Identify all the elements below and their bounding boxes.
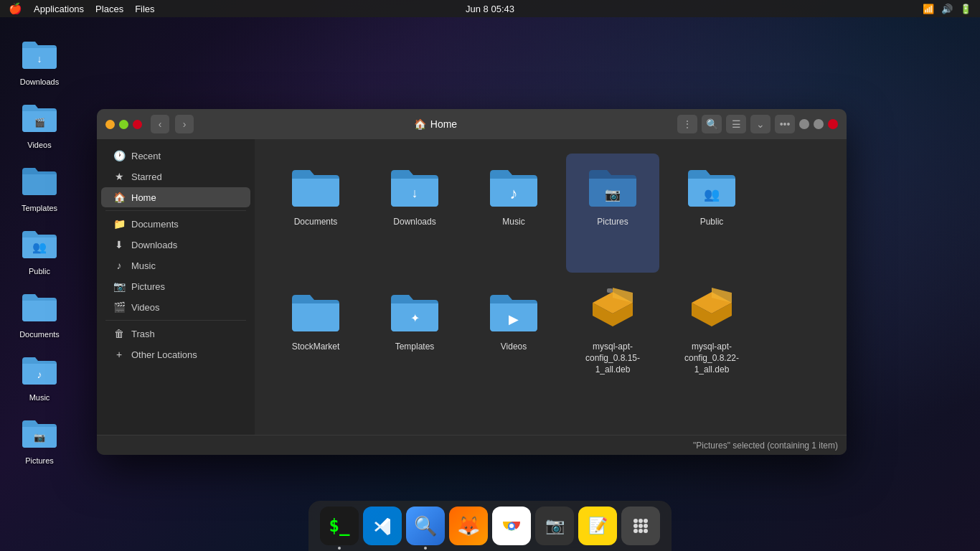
pictures-sidebar-icon: 📷	[113, 281, 126, 292]
music-file-label: Music	[502, 217, 524, 228]
mysql-apt-2-label: mysql-apt-config_0.8.22-1_all.deb	[671, 342, 753, 375]
desktop-icon-templates[interactable]: Templates	[7, 155, 72, 218]
svg-point-29	[639, 529, 643, 533]
templates-file-icon: ✦	[386, 287, 443, 337]
svg-text:▶: ▶	[509, 312, 519, 326]
apps-grid-icon	[631, 516, 651, 536]
starred-icon: ★	[113, 171, 126, 182]
svg-point-27	[644, 524, 648, 528]
file-item-mysql-apt-1[interactable]: mysql-apt-config_0.8.15-1_all.deb	[566, 278, 659, 420]
file-item-videos[interactable]: ▶ Videos	[467, 278, 560, 420]
menubar-left: 🍎 Applications Places Files	[9, 2, 155, 15]
desktop-icon-music[interactable]: ♪ Music	[7, 344, 72, 408]
svg-point-22	[633, 519, 638, 523]
home-icon: 🏠	[414, 118, 426, 130]
sidebar-item-starred[interactable]: ★ Starred	[101, 166, 250, 187]
downloads-file-label: Downloads	[393, 217, 435, 228]
desktop-icon-documents[interactable]: Documents	[7, 281, 72, 344]
file-manager-window: ‹ › 🏠 Home ⋮ 🔍 ☰ ⌄ ••• 🕐	[97, 109, 847, 455]
search-button[interactable]: 🔍	[702, 115, 722, 133]
sidebar-item-recent[interactable]: 🕐 Recent	[101, 146, 250, 166]
sidebar-starred-label: Starred	[131, 171, 162, 182]
file-item-pictures[interactable]: 📷 Pictures	[566, 154, 659, 273]
file-grid: Documents ↓ Downloads	[269, 154, 832, 420]
sidebar-item-home[interactable]: 🏠 Home	[101, 187, 250, 207]
sidebar-item-other-locations[interactable]: + Other Locations	[101, 344, 250, 364]
music-folder-icon: ♪	[19, 350, 60, 390]
extra-options-button[interactable]: •••	[775, 115, 795, 133]
nav-back-button[interactable]: ‹	[151, 115, 169, 133]
file-item-templates[interactable]: ✦ Templates	[368, 278, 461, 420]
dock-item-vscode[interactable]	[363, 507, 402, 545]
wifi-icon: 📶	[923, 4, 934, 14]
traffic-light-2[interactable]	[814, 119, 824, 129]
mysql-apt-1-icon	[584, 287, 641, 337]
home-sidebar-icon: 🏠	[113, 192, 126, 203]
menu-applications[interactable]: Applications	[34, 4, 84, 14]
more-options-button[interactable]: ⋮	[677, 115, 697, 133]
apple-menu[interactable]: 🍎	[9, 2, 22, 15]
dock-item-firefox[interactable]: 🦊	[449, 507, 488, 545]
desktop-icon-public[interactable]: 👥 Public	[7, 218, 72, 281]
view-options-button[interactable]: ⌄	[750, 115, 771, 133]
public-file-icon: 👥	[683, 162, 740, 212]
traffic-light-1[interactable]	[799, 119, 809, 129]
nav-forward-button[interactable]: ›	[175, 115, 194, 133]
file-item-stockmarket[interactable]: StockMarket	[269, 278, 362, 420]
templates-label: Templates	[22, 204, 57, 212]
menu-files[interactable]: Files	[135, 4, 154, 14]
sidebar-documents-label: Documents	[131, 219, 179, 230]
svg-point-21	[509, 524, 514, 528]
dock-item-apps[interactable]	[621, 507, 660, 545]
file-item-downloads[interactable]: ↓ Downloads	[368, 154, 461, 273]
sidebar-recent-label: Recent	[131, 151, 161, 161]
minimize-button[interactable]	[105, 120, 115, 129]
dock-dot-finder	[424, 547, 427, 550]
list-view-button[interactable]: ☰	[726, 115, 746, 133]
window-title: Home	[430, 118, 457, 130]
file-item-documents[interactable]: Documents	[269, 154, 362, 273]
traffic-light-3[interactable]	[828, 119, 838, 129]
dock-item-finder[interactable]: 🔍	[406, 507, 445, 545]
videos-folder-icon: 🎬	[19, 98, 60, 138]
sound-icon: 🔊	[941, 4, 953, 14]
menu-places[interactable]: Places	[95, 4, 123, 14]
videos-sidebar-icon: 🎬	[113, 301, 126, 313]
file-item-public[interactable]: 👥 Public	[665, 154, 758, 273]
stockmarket-file-icon	[287, 287, 344, 337]
file-item-mysql-apt-2[interactable]: mysql-apt-config_0.8.22-1_all.deb	[665, 278, 758, 420]
close-button[interactable]	[133, 120, 142, 129]
desktop-icon-downloads[interactable]: ↓ Downloads	[7, 29, 72, 92]
sidebar-item-pictures[interactable]: 📷 Pictures	[101, 276, 250, 296]
dock-item-notes[interactable]: 📝	[578, 507, 617, 545]
file-item-music[interactable]: ♪ Music	[467, 154, 560, 273]
svg-point-28	[633, 529, 638, 533]
sidebar-trash-label: Trash	[131, 329, 155, 339]
stockmarket-file-label: StockMarket	[292, 342, 340, 353]
desktop-icon-pictures[interactable]: 📷 Pictures	[7, 408, 72, 471]
public-folder-icon: 👥	[19, 224, 60, 264]
svg-text:↓: ↓	[412, 186, 418, 200]
dock-item-terminal[interactable]: $_	[320, 507, 359, 545]
dock-item-chrome[interactable]	[492, 507, 531, 545]
sidebar-item-documents[interactable]: 📁 Documents	[101, 214, 250, 234]
sidebar-item-downloads[interactable]: ⬇ Downloads	[101, 235, 250, 255]
templates-folder-icon	[19, 161, 60, 201]
sidebar-item-videos[interactable]: 🎬 Videos	[101, 297, 250, 317]
svg-point-30	[644, 529, 648, 533]
downloads-file-icon: ↓	[386, 162, 443, 212]
dock-item-screenshot[interactable]: 📷	[535, 507, 574, 545]
sidebar-item-trash[interactable]: 🗑 Trash	[101, 324, 250, 344]
menubar-datetime: Jun 8 05:43	[466, 4, 514, 14]
desktop-icons-container: ↓ Downloads 🎬 Videos	[0, 22, 79, 478]
sidebar-divider-2	[105, 320, 246, 321]
dock: $_ 🔍 🦊	[308, 501, 672, 551]
mysql-apt-2-icon	[683, 287, 740, 337]
vscode-icon	[372, 515, 393, 537]
sidebar-item-music[interactable]: ♪ Music	[101, 255, 250, 276]
music-sidebar-icon: ♪	[113, 260, 126, 271]
maximize-button[interactable]	[119, 120, 128, 129]
svg-point-25	[633, 524, 638, 528]
desktop-icon-videos[interactable]: 🎬 Videos	[7, 92, 72, 155]
templates-file-label: Templates	[395, 342, 435, 353]
